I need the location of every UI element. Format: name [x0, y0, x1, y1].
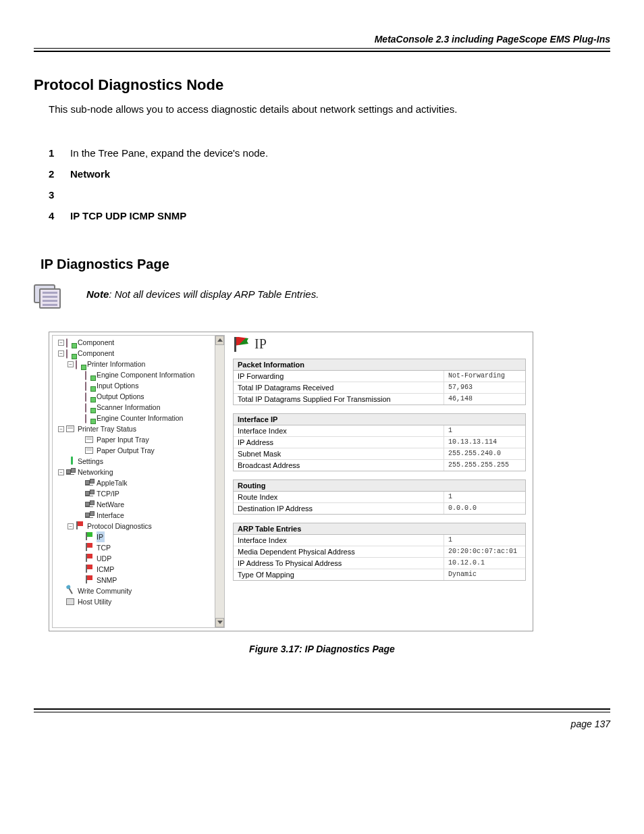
- step-2-text: Network: [70, 167, 110, 181]
- tree-item-output-options[interactable]: Output Options: [53, 391, 215, 402]
- group-header: ARP Table Entries: [234, 523, 525, 535]
- note-icon: [34, 284, 62, 309]
- detail-title: IP: [233, 336, 526, 352]
- table-row: IP Address10.13.13.114: [234, 437, 525, 448]
- tree-item-paper-output-tray[interactable]: Paper Output Tray: [53, 445, 215, 456]
- header-separator: [34, 50, 610, 52]
- table-row: Broadcast Address255.255.255.255: [234, 460, 525, 471]
- tree-item-component[interactable]: −Component: [53, 337, 215, 348]
- steps-list: 1In the Tree Pane, expand the device's n…: [49, 146, 610, 223]
- table-row: Route Index1: [234, 492, 525, 503]
- tree-item-input-options[interactable]: Input Options: [53, 380, 215, 391]
- tree-item-appletalk[interactable]: AppleTalk: [53, 477, 215, 488]
- screenshot-panel: −Component −Component −Printer Informati…: [49, 332, 533, 631]
- tree-item-networking[interactable]: −Networking: [53, 467, 215, 477]
- scroll-up-icon[interactable]: [215, 336, 224, 345]
- step-4: 4IP TCP UDP ICMP SNMP: [49, 209, 610, 223]
- tree-item-snmp[interactable]: SNMP: [53, 575, 215, 585]
- tree-item-settings[interactable]: Settings: [53, 456, 215, 467]
- heading-ip-diagnostics: IP Diagnostics Page: [41, 257, 610, 272]
- tree-item-engine-component[interactable]: Engine Component Information: [53, 369, 215, 380]
- tree-item-protocol-diagnostics[interactable]: −Protocol Diagnostics: [53, 521, 215, 531]
- note-rest: : Not all devices will display ARP Table…: [109, 288, 319, 300]
- table-row: Subnet Mask255.255.240.0: [234, 448, 525, 460]
- tree-scrollbar[interactable]: [215, 336, 224, 627]
- table-row: IP Address To Physical Address10.12.0.1: [234, 558, 525, 569]
- tree-item-host-utility[interactable]: Host Utility: [53, 596, 215, 607]
- detail-pane: IP Packet Information IP ForwardingNot-F…: [229, 335, 530, 628]
- group-header: Routing: [234, 480, 525, 492]
- figure-caption: Figure 3.17: IP Diagnostics Page: [34, 644, 610, 654]
- tree-item-component[interactable]: −Component: [53, 348, 215, 359]
- table-row: Media Dependent Physical Address20:20:0c…: [234, 546, 525, 558]
- tree-item-scanner-info[interactable]: Scanner Information: [53, 402, 215, 413]
- page-number: page 137: [34, 710, 610, 729]
- step-1: 1In the Tree Pane, expand the device's n…: [49, 146, 610, 160]
- tree-item-write-community[interactable]: Write Community: [53, 585, 215, 596]
- tree-item-engine-counter[interactable]: Engine Counter Information: [53, 413, 215, 423]
- tree-item-ip[interactable]: IP: [53, 531, 215, 542]
- tree-item-netware[interactable]: NetWare: [53, 499, 215, 510]
- tree-item-tcp[interactable]: TCP: [53, 542, 215, 553]
- tree-pane[interactable]: −Component −Component −Printer Informati…: [52, 335, 225, 628]
- step-2: 2Network: [49, 167, 610, 181]
- group-routing: Routing Route Index1 Destination IP Addr…: [233, 479, 526, 515]
- group-arp-table-entries: ARP Table Entries Interface Index1 Media…: [233, 523, 526, 581]
- heading-protocol-diagnostics: Protocol Diagnostics Node: [34, 76, 610, 94]
- tree-item-tcpip[interactable]: TCP/IP: [53, 488, 215, 499]
- detail-title-text: IP: [254, 336, 267, 352]
- table-row: Total IP Datagrams Received57,963: [234, 382, 525, 394]
- table-row: Interface Index1: [234, 425, 525, 437]
- tree-item-printer-info[interactable]: −Printer Information: [53, 359, 215, 369]
- scroll-down-icon[interactable]: [215, 618, 224, 627]
- tree-item-printer-tray-status[interactable]: −Printer Tray Status: [53, 423, 215, 434]
- table-row: Type Of MappingDynamic: [234, 569, 525, 580]
- tree-item-interface[interactable]: Interface: [53, 510, 215, 521]
- note-row: Note: Not all devices will display ARP T…: [34, 284, 610, 309]
- tree-item-paper-input-tray[interactable]: Paper Input Tray: [53, 434, 215, 445]
- tree-item-udp[interactable]: UDP: [53, 553, 215, 564]
- table-row: IP ForwardingNot-Forwarding: [234, 371, 525, 382]
- table-row: Total IP Datagrams Supplied For Transmis…: [234, 394, 525, 405]
- tree-item-icmp[interactable]: ICMP: [53, 564, 215, 575]
- group-header: Interface IP: [234, 414, 525, 425]
- group-interface-ip: Interface IP Interface Index1 IP Address…: [233, 413, 526, 471]
- footer-separator: [34, 708, 610, 710]
- step-4-text: IP TCP UDP ICMP SNMP: [70, 209, 186, 223]
- flag-icon: [233, 337, 249, 352]
- table-row: Interface Index1: [234, 535, 525, 546]
- group-packet-information: Packet Information IP ForwardingNot-Forw…: [233, 359, 526, 405]
- note-bold: Note: [86, 288, 109, 300]
- step-3: 3: [49, 188, 610, 202]
- step-1-text: In the Tree Pane, expand the device's no…: [70, 146, 268, 160]
- group-header: Packet Information: [234, 359, 525, 371]
- note-text: Note: Not all devices will display ARP T…: [86, 284, 319, 300]
- table-row: Destination IP Address0.0.0.0: [234, 503, 525, 514]
- intro-paragraph: This sub-node allows you to access diagn…: [49, 103, 610, 115]
